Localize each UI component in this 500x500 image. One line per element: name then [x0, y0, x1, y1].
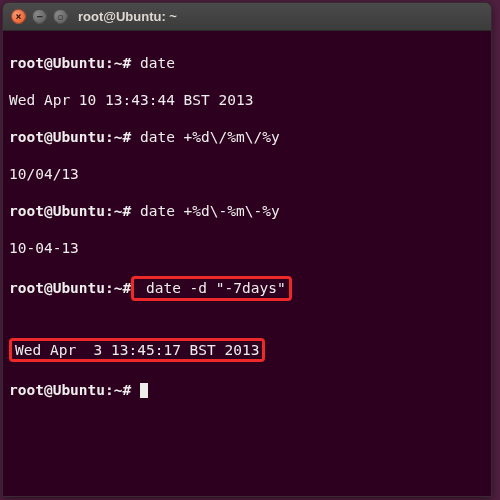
window-title: root@Ubuntu: ~	[78, 9, 177, 24]
close-button[interactable]: ×	[11, 9, 26, 24]
prompt: root@Ubuntu:~#	[9, 382, 131, 398]
terminal-body[interactable]: root@Ubuntu:~# date Wed Apr 10 13:43:44 …	[3, 31, 491, 496]
terminal-line: root@Ubuntu:~# date +%d\-%m\-%y	[9, 202, 485, 221]
terminal-line: root@Ubuntu:~# date	[9, 54, 485, 73]
minimize-button[interactable]: −	[32, 9, 47, 24]
prompt: root@Ubuntu:~#	[9, 129, 131, 145]
command-text: date	[131, 55, 175, 71]
prompt: root@Ubuntu:~#	[9, 280, 131, 296]
highlighted-output: Wed Apr 3 13:45:17 BST 2013	[9, 338, 265, 363]
titlebar: × − ▫ root@Ubuntu: ~	[3, 3, 491, 31]
terminal-output: 10-04-13	[9, 239, 485, 258]
terminal-output: 10/04/13	[9, 165, 485, 184]
maximize-button[interactable]: ▫	[53, 9, 68, 24]
terminal-line: root@Ubuntu:~# date +%d\/%m\/%y	[9, 128, 485, 147]
command-text: date +%d\/%m\/%y	[131, 129, 279, 145]
command-text: date +%d\-%m\-%y	[131, 203, 279, 219]
terminal-line: Wed Apr 3 13:45:17 BST 2013	[9, 338, 485, 363]
terminal-line: root@Ubuntu:~# date -d "-7days"	[9, 276, 485, 301]
window-controls: × − ▫	[11, 9, 68, 24]
prompt: root@Ubuntu:~#	[9, 55, 131, 71]
terminal-line: root@Ubuntu:~#	[9, 381, 485, 400]
cursor	[140, 383, 148, 398]
highlighted-command: date -d "-7days"	[131, 276, 291, 301]
terminal-window: × − ▫ root@Ubuntu: ~ root@Ubuntu:~# date…	[2, 2, 492, 497]
prompt: root@Ubuntu:~#	[9, 203, 131, 219]
terminal-output: Wed Apr 10 13:43:44 BST 2013	[9, 91, 485, 110]
